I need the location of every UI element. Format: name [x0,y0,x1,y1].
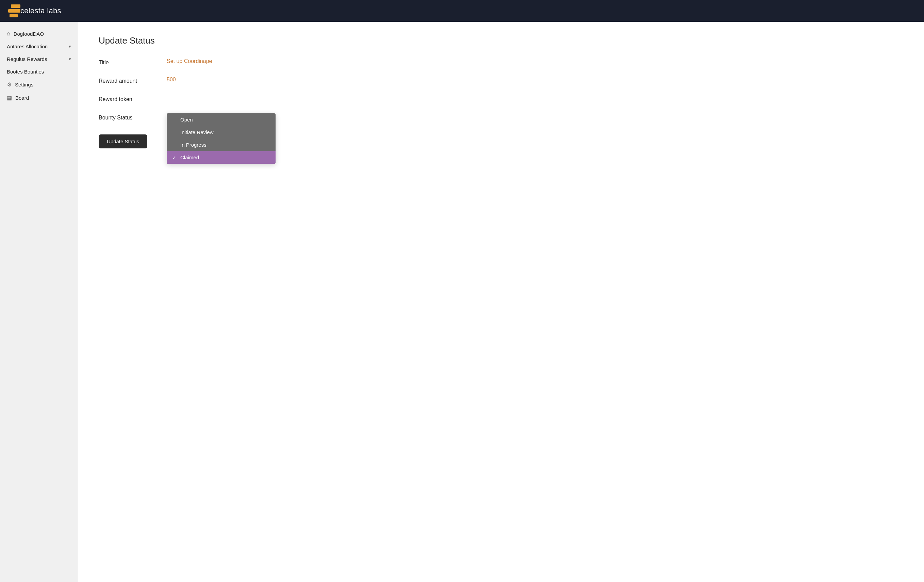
title-label: Title [99,58,167,66]
sidebar-regulus-label: Regulus Rewards [7,56,47,62]
chevron-down-icon: ▾ [69,56,71,61]
sidebar-item-bootes[interactable]: Boötes Bounties [0,65,78,78]
sidebar-item-regulus[interactable]: Regulus Rewards ▾ [0,53,78,65]
reward-amount-label: Reward amount [99,76,167,84]
logo-icon [8,5,20,17]
dropdown-options-list: Open Initiate Review In Progress ✓ Claim… [167,113,276,164]
sidebar-item-home[interactable]: ⌂ DogfoodDAO [0,27,78,40]
gear-icon: ⚙ [7,81,12,88]
option-label-initiate-review: Initiate Review [180,129,214,135]
chevron-down-icon: ▾ [69,44,71,49]
sidebar-board-label: Board [15,95,29,101]
reward-amount-value: 500 [167,76,176,83]
form-row-title: Title Set up Coordinape [99,58,904,66]
sidebar-bootes-label: Boötes Bounties [7,69,44,74]
sidebar: ⌂ DogfoodDAO Antares Allocation ▾ Regulu… [0,22,78,582]
option-label-in-progress: In Progress [180,142,206,148]
sidebar-settings-label: Settings [15,82,33,88]
option-label-claimed: Claimed [180,154,199,160]
top-navigation: celesta labs [0,0,924,22]
dropdown-option-open[interactable]: Open [167,113,276,126]
reward-token-label: Reward token [99,95,167,103]
checkmark-claimed: ✓ [172,155,178,160]
form-row-bounty-status: Bounty Status Open Initiate Review In Pr… [99,113,904,121]
main-content: Update Status Title Set up Coordinape Re… [78,22,924,582]
dropdown-option-claimed[interactable]: ✓ Claimed [167,151,276,164]
sidebar-item-settings[interactable]: ⚙ Settings [0,78,78,91]
dropdown-option-initiate-review[interactable]: Initiate Review [167,126,276,139]
update-status-button[interactable]: Update Status [99,134,147,149]
sidebar-antares-label: Antares Allocation [7,43,48,50]
form-row-reward-token: Reward token [99,95,904,103]
home-icon: ⌂ [7,31,10,37]
option-label-open: Open [180,117,193,122]
title-value: Set up Coordinape [167,58,212,64]
app-title: celesta labs [20,7,61,15]
form-row-reward-amount: Reward amount 500 [99,76,904,84]
page-title: Update Status [99,35,904,46]
dropdown-option-in-progress[interactable]: In Progress [167,139,276,151]
sidebar-item-board[interactable]: ▦ Board [0,91,78,104]
sidebar-home-label: DogfoodDAO [13,31,44,37]
bounty-status-label: Bounty Status [99,113,167,121]
board-icon: ▦ [7,94,12,101]
sidebar-item-antares[interactable]: Antares Allocation ▾ [0,40,78,53]
